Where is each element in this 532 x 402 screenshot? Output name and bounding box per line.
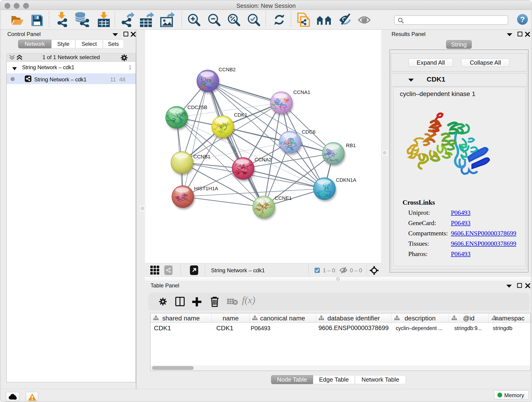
svg-text:CCNB2: CCNB2 bbox=[219, 67, 236, 72]
svg-text:CCNE1: CCNE1 bbox=[275, 195, 292, 201]
svg-text:CDC6: CDC6 bbox=[302, 129, 316, 135]
svg-text:HIST1H1A: HIST1H1A bbox=[194, 186, 218, 191]
svg-text:CDK1: CDK1 bbox=[234, 112, 247, 118]
svg-text:CDC25B: CDC25B bbox=[187, 104, 207, 110]
svg-text:CCNB1: CCNB1 bbox=[193, 154, 210, 160]
svg-text:RB1: RB1 bbox=[346, 143, 356, 148]
svg-text:CDKN1A: CDKN1A bbox=[336, 177, 356, 183]
svg-text:CCNA1: CCNA1 bbox=[293, 89, 310, 95]
svg-text:CCNA2: CCNA2 bbox=[254, 157, 272, 162]
